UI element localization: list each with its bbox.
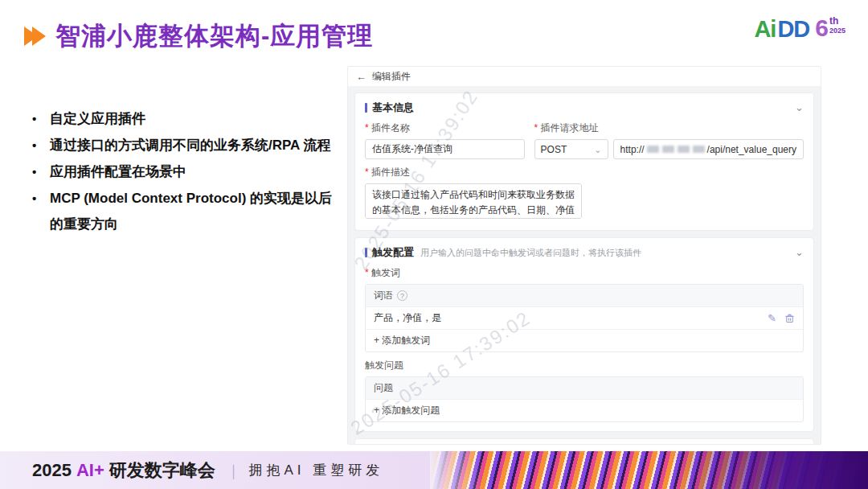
input-params-card: 插件入参配置 ⌄ + 添加字段 按照插件的执行要求，配置相应请求参数的具体信息 … (354, 438, 814, 445)
bullet-item: 通过接口的方式调用不同的业务系统/RPA 流程 (29, 133, 344, 158)
bullet-item: MCP (Model Context Protocol) 的实现是以后的重要方向 (29, 186, 344, 237)
questions-header: 问题 (374, 381, 393, 395)
words-header: 词语 (374, 289, 393, 302)
logo-dd: DD (777, 16, 809, 43)
bullet-item: 自定义应用插件 (29, 106, 344, 132)
logo-th: th (829, 16, 838, 27)
bullet-list: 自定义应用插件 通过接口的方式调用不同的业务系统/RPA 流程 应用插件配置在场… (29, 106, 344, 238)
trigger-config-card: 触发配置 用户输入的问题中命中触发词或者问题时，将执行该插件 ⌄ 触发词 词语 … (354, 237, 814, 432)
add-trigger-word-button[interactable]: + 添加触发词 (366, 329, 803, 351)
chevron-down-icon[interactable]: ⌄ (795, 104, 804, 112)
trigger-config-title: 触发配置 (372, 245, 414, 260)
request-url-label: 插件请求地址 (534, 121, 804, 135)
edit-icon[interactable]: ✎ (768, 312, 776, 324)
footer-title: 研发数字峰会 (109, 458, 215, 483)
bullet-item: 应用插件配置在场景中 (29, 159, 344, 185)
trigger-words-label: 触发词 (365, 266, 804, 280)
trigger-questions-label: 触发问题 (365, 359, 804, 372)
back-arrow-icon[interactable]: ← (356, 71, 366, 83)
back-bar: ← 编辑插件 (348, 67, 821, 87)
section-bar (365, 248, 367, 257)
page-title: 智浦小鹿整体架构-应用管理 (55, 19, 373, 53)
request-url-input[interactable]: http:// /api/net_value_query (613, 139, 804, 159)
footer-year: 2025 (32, 460, 72, 481)
redacted-block (647, 146, 659, 153)
trigger-questions-box: 问题 + 添加触发问题 (365, 376, 804, 422)
basic-info-title: 基本信息 (372, 101, 414, 115)
basic-info-card: 基本信息 ⌄ 插件名称 插件请求地址 POST ⌄ ht (354, 92, 814, 231)
footer-slogan: 拥抱AI 重塑研发 (248, 461, 383, 479)
plugin-name-input[interactable] (365, 139, 525, 159)
chevron-down-icon[interactable]: ⌄ (795, 249, 804, 257)
logo-six: 6 (815, 16, 829, 40)
trash-icon[interactable] (784, 313, 795, 323)
plugin-name-label: 插件名称 (365, 121, 525, 135)
plugin-desc-label: 插件描述 (365, 166, 804, 179)
chevron-down-icon: ⌄ (594, 146, 601, 153)
plugin-editor-screenshot: 2025-05-16 17:39:02 2025-05-16 17:39:02 … (347, 66, 821, 445)
section-bar (365, 103, 367, 113)
slide-footer: 2025 AI+ 研发数字峰会 ｜ 拥抱AI 重塑研发 (0, 451, 868, 489)
footer-divider: ｜ (227, 461, 241, 480)
plugin-desc-textarea[interactable]: 该接口通过输入产品代码和时间来获取业务数据的基本信息，包括业务的产品代码、日期、… (365, 183, 582, 219)
method-select[interactable]: POST ⌄ (534, 139, 608, 159)
redacted-block (678, 146, 690, 153)
redacted-block (662, 146, 674, 153)
footer-artwork (430, 451, 868, 489)
double-arrow-icon (24, 27, 46, 46)
trigger-words-box: 词语 ? 产品，净值，是 ✎ + 添加触发词 (365, 284, 804, 352)
add-trigger-question-button[interactable]: + 添加触发问题 (366, 399, 803, 421)
footer-brand: AI+ (76, 460, 104, 481)
trigger-config-hint: 用户输入的问题中命中触发词或者问题时，将执行该插件 (420, 247, 641, 259)
redacted-block (693, 146, 705, 153)
logo-ai: Ai (754, 16, 776, 43)
logo-year: 2025 (829, 27, 845, 35)
help-icon[interactable]: ? (397, 290, 407, 301)
trigger-word-row: 产品，净值，是 ✎ (366, 306, 803, 329)
back-label: 编辑插件 (372, 70, 411, 84)
aidd-logo: Ai DD 6 th 2025 (754, 16, 845, 43)
slide-header: 智浦小鹿整体架构-应用管理 (24, 19, 373, 53)
